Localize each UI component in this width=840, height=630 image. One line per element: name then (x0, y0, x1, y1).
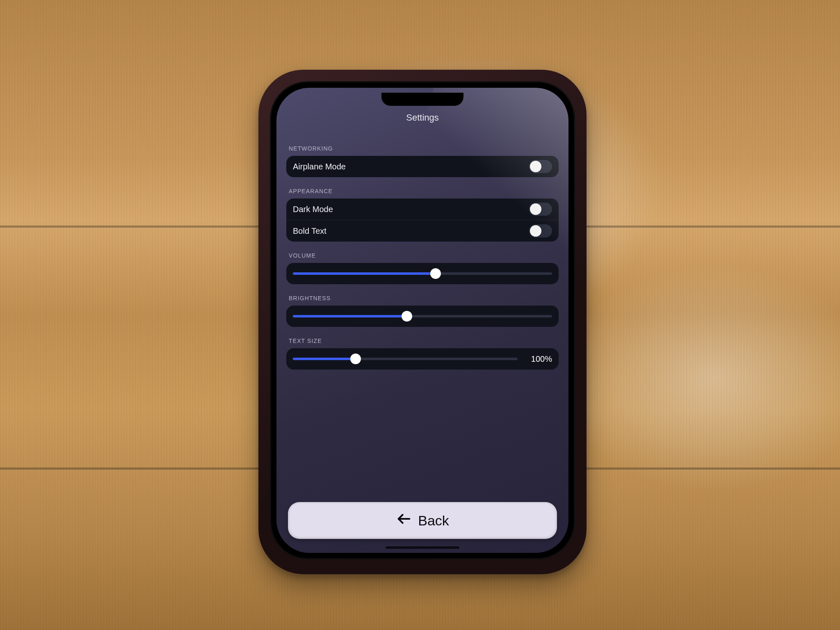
section-label-volume: VOLUME (289, 252, 556, 259)
toggle-bold-text[interactable] (529, 224, 552, 237)
row-label: Bold Text (293, 226, 326, 236)
desk-surface: Settings NETWORKING Airplane Mode APPEAR… (0, 0, 840, 630)
toggle-airplane-mode[interactable] (529, 160, 552, 173)
phone-notch (381, 93, 463, 106)
back-button-label: Back (418, 513, 449, 529)
back-button[interactable]: Back (288, 502, 557, 539)
toggle-dark-mode[interactable] (529, 203, 552, 216)
section-label-networking: NETWORKING (289, 145, 556, 152)
group-volume (286, 263, 559, 284)
row-airplane-mode[interactable]: Airplane Mode (286, 156, 559, 177)
phone-case: Settings NETWORKING Airplane Mode APPEAR… (258, 70, 587, 574)
page-title: Settings (286, 112, 559, 123)
arrow-left-icon (396, 511, 412, 530)
row-volume (286, 263, 559, 284)
section-label-text-size: TEXT SIZE (289, 338, 556, 344)
group-brightness (286, 306, 559, 327)
text-size-value: 100% (524, 354, 552, 364)
phone-body: Settings NETWORKING Airplane Mode APPEAR… (270, 81, 575, 559)
row-label: Dark Mode (293, 205, 333, 214)
home-indicator (386, 546, 459, 549)
slider-volume[interactable] (293, 272, 552, 275)
row-bold-text[interactable]: Bold Text (286, 220, 559, 242)
row-text-size: 100% (286, 348, 559, 370)
settings-app: Settings NETWORKING Airplane Mode APPEAR… (276, 88, 568, 553)
section-label-appearance: APPEARANCE (289, 188, 556, 194)
section-label-brightness: BRIGHTNESS (289, 295, 556, 301)
row-dark-mode[interactable]: Dark Mode (286, 199, 559, 220)
phone-screen: Settings NETWORKING Airplane Mode APPEAR… (276, 88, 568, 553)
row-label: Airplane Mode (293, 162, 346, 171)
slider-brightness[interactable] (293, 315, 552, 317)
slider-text-size[interactable] (293, 358, 518, 360)
group-appearance: Dark Mode Bold Text (286, 199, 559, 242)
group-networking: Airplane Mode (286, 156, 559, 177)
row-brightness (286, 306, 559, 327)
group-text-size: 100% (286, 348, 559, 370)
